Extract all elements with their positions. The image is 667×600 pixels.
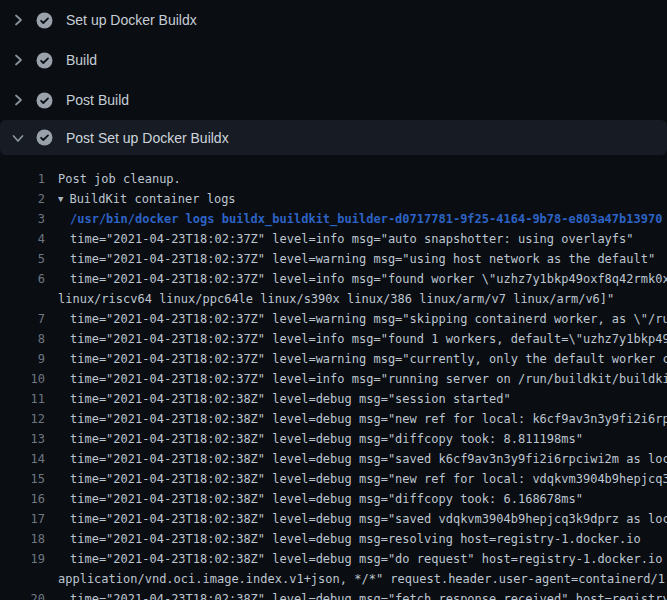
check-circle-icon bbox=[36, 129, 53, 146]
check-circle-icon bbox=[36, 52, 53, 69]
line-number-link[interactable]: 8 bbox=[0, 329, 45, 349]
line-number-blank bbox=[0, 289, 45, 309]
log-text: time="2021-04-23T18:02:38Z" level=debug … bbox=[45, 429, 583, 449]
line-number-link[interactable]: 6 bbox=[0, 269, 45, 289]
log-text: linux/riscv64 linux/ppc64le linux/s390x … bbox=[45, 289, 614, 309]
log-text: Post job cleanup. bbox=[45, 169, 181, 189]
command-text: /usr/bin/docker logs buildx_buildkit_bui… bbox=[45, 209, 662, 229]
line-number-link[interactable]: 20 bbox=[0, 589, 45, 600]
chevron-right-icon bbox=[10, 12, 26, 28]
line-number-link[interactable]: 13 bbox=[0, 429, 45, 449]
log-row: 6time="2021-04-23T18:02:37Z" level=info … bbox=[0, 269, 667, 289]
log-text: time="2021-04-23T18:02:37Z" level=warnin… bbox=[45, 309, 667, 329]
log-row: 20time="2021-04-23T18:02:38Z" level=debu… bbox=[0, 589, 667, 600]
steps-list: Set up Docker Buildx Build Post Build bbox=[0, 0, 667, 155]
log-row: 12time="2021-04-23T18:02:38Z" level=debu… bbox=[0, 409, 667, 429]
log-text: time="2021-04-23T18:02:37Z" level=info m… bbox=[45, 229, 634, 249]
step-title: Set up Docker Buildx bbox=[66, 12, 197, 28]
log-text: application/vnd.oci.image.index.v1+json,… bbox=[45, 569, 667, 589]
line-number-link[interactable]: 11 bbox=[0, 389, 45, 409]
line-number-link[interactable]: 7 bbox=[0, 309, 45, 329]
log-text: time="2021-04-23T18:02:38Z" level=debug … bbox=[45, 549, 667, 569]
line-number-link[interactable]: 19 bbox=[0, 549, 45, 569]
log-row: 18time="2021-04-23T18:02:38Z" level=debu… bbox=[0, 529, 667, 549]
step-title: Post Build bbox=[66, 92, 129, 108]
log-row: 15time="2021-04-23T18:02:38Z" level=debu… bbox=[0, 469, 667, 489]
log-row: 11time="2021-04-23T18:02:38Z" level=debu… bbox=[0, 389, 667, 409]
log-row: 14time="2021-04-23T18:02:38Z" level=debu… bbox=[0, 449, 667, 469]
log-row: application/vnd.oci.image.index.v1+json,… bbox=[0, 569, 667, 589]
log-row: 19time="2021-04-23T18:02:38Z" level=debu… bbox=[0, 549, 667, 569]
step-title: Post Set up Docker Buildx bbox=[66, 130, 229, 146]
log-text: time="2021-04-23T18:02:37Z" level=warnin… bbox=[45, 249, 655, 269]
line-number-link[interactable]: 9 bbox=[0, 349, 45, 369]
line-number-link[interactable]: 5 bbox=[0, 249, 45, 269]
line-number-link[interactable]: 4 bbox=[0, 229, 45, 249]
log-text: time="2021-04-23T18:02:38Z" level=debug … bbox=[45, 489, 583, 509]
step-row-build[interactable]: Build bbox=[0, 40, 667, 80]
line-number-blank bbox=[0, 569, 45, 589]
chevron-down-icon bbox=[10, 130, 26, 146]
step-row-post-build[interactable]: Post Build bbox=[0, 80, 667, 120]
log-text: time="2021-04-23T18:02:38Z" level=debug … bbox=[45, 469, 667, 489]
check-circle-icon bbox=[36, 12, 53, 29]
chevron-right-icon bbox=[10, 52, 26, 68]
log-row: 2▼BuildKit container logs bbox=[0, 189, 667, 209]
log-row: 5time="2021-04-23T18:02:37Z" level=warni… bbox=[0, 249, 667, 269]
workflow-job-log-panel: Set up Docker Buildx Build Post Build bbox=[0, 0, 667, 600]
log-text: time="2021-04-23T18:02:38Z" level=debug … bbox=[45, 409, 667, 429]
log-row: 4time="2021-04-23T18:02:37Z" level=info … bbox=[0, 229, 667, 249]
log-row: 1Post job cleanup. bbox=[0, 169, 667, 189]
log-text: time="2021-04-23T18:02:38Z" level=debug … bbox=[45, 529, 641, 549]
log-text: time="2021-04-23T18:02:37Z" level=info m… bbox=[45, 369, 667, 389]
log-text: time="2021-04-23T18:02:37Z" level=warnin… bbox=[45, 349, 667, 369]
log-row: 13time="2021-04-23T18:02:38Z" level=debu… bbox=[0, 429, 667, 449]
log-text: time="2021-04-23T18:02:38Z" level=debug … bbox=[45, 389, 511, 409]
log-group-toggle[interactable]: ▼BuildKit container logs bbox=[45, 189, 236, 209]
check-circle-icon bbox=[36, 92, 53, 109]
log-output: 1Post job cleanup.2▼BuildKit container l… bbox=[0, 155, 667, 600]
log-row: 9time="2021-04-23T18:02:37Z" level=warni… bbox=[0, 349, 667, 369]
line-number-link[interactable]: 1 bbox=[0, 169, 45, 189]
line-number-link[interactable]: 14 bbox=[0, 449, 45, 469]
line-number-link[interactable]: 17 bbox=[0, 509, 45, 529]
line-number-link[interactable]: 16 bbox=[0, 489, 45, 509]
step-title: Build bbox=[66, 52, 97, 68]
group-title: BuildKit container logs bbox=[69, 192, 235, 206]
group-expanded-icon: ▼ bbox=[58, 189, 63, 209]
log-row: 17time="2021-04-23T18:02:38Z" level=debu… bbox=[0, 509, 667, 529]
line-number-link[interactable]: 18 bbox=[0, 529, 45, 549]
log-text: time="2021-04-23T18:02:37Z" level=info m… bbox=[45, 269, 667, 289]
log-row: linux/riscv64 linux/ppc64le linux/s390x … bbox=[0, 289, 667, 309]
log-row: 8time="2021-04-23T18:02:37Z" level=info … bbox=[0, 329, 667, 349]
log-text: time="2021-04-23T18:02:38Z" level=debug … bbox=[45, 509, 667, 529]
step-row-setup-docker-buildx[interactable]: Set up Docker Buildx bbox=[0, 0, 667, 40]
log-row: 10time="2021-04-23T18:02:37Z" level=info… bbox=[0, 369, 667, 389]
line-number-link[interactable]: 10 bbox=[0, 369, 45, 389]
chevron-right-icon bbox=[10, 92, 26, 108]
step-row-post-setup-docker-buildx-expanded[interactable]: Post Set up Docker Buildx bbox=[0, 120, 667, 155]
line-number-link[interactable]: 12 bbox=[0, 409, 45, 429]
line-number-link[interactable]: 15 bbox=[0, 469, 45, 489]
log-row: 3/usr/bin/docker logs buildx_buildkit_bu… bbox=[0, 209, 667, 229]
log-row: 7time="2021-04-23T18:02:37Z" level=warni… bbox=[0, 309, 667, 329]
line-number-link[interactable]: 2 bbox=[0, 189, 45, 209]
log-text: time="2021-04-23T18:02:38Z" level=debug … bbox=[45, 449, 667, 469]
line-number-link[interactable]: 3 bbox=[0, 209, 45, 229]
log-text: time="2021-04-23T18:02:37Z" level=info m… bbox=[45, 329, 667, 349]
log-text: time="2021-04-23T18:02:38Z" level=debug … bbox=[45, 589, 667, 600]
log-row: 16time="2021-04-23T18:02:38Z" level=debu… bbox=[0, 489, 667, 509]
